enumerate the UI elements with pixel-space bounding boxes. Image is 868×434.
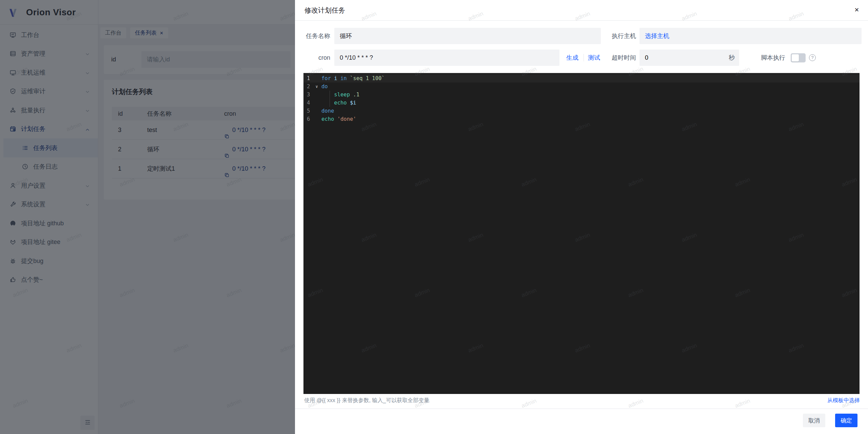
- shell-script-editor[interactable]: 1for i in `seq 1 100`2∨do3 sleep .14 ech…: [303, 73, 860, 394]
- code-token: `seq 1 100`: [350, 75, 385, 81]
- script-exec-toggle[interactable]: [791, 53, 806, 62]
- code-line: 2∨do: [303, 82, 860, 91]
- line-number: 6: [307, 115, 312, 123]
- drawer-title: 修改计划任务: [304, 0, 345, 20]
- drawer-footer: 取消 确定: [295, 409, 868, 434]
- timeout-field[interactable]: 0 秒: [639, 50, 739, 66]
- code-text: for i in `seq 1 100`: [321, 74, 860, 82]
- select-from-template-link[interactable]: 从模板中选择: [827, 397, 860, 404]
- fold-gutter: [312, 91, 321, 99]
- line-number: 4: [307, 99, 312, 107]
- code-token: for: [321, 75, 331, 81]
- timeout-label: 超时时间: [610, 50, 636, 66]
- code-text: sleep .1: [321, 91, 860, 99]
- close-icon[interactable]: ✕: [852, 0, 861, 20]
- code-line: 6echo 'done': [303, 115, 860, 123]
- exec-host-field: 选择主机: [639, 28, 862, 44]
- edit-task-drawer: 修改计划任务 ✕ 任务名称 执行主机 选择主机 cron 生成 测试 超时时间 …: [295, 0, 868, 434]
- code-token: [347, 100, 350, 106]
- code-token: [334, 116, 337, 122]
- code-token: [350, 92, 353, 98]
- code-token: $i: [350, 100, 356, 106]
- code-token: [321, 92, 334, 98]
- fold-gutter: [312, 115, 321, 123]
- code-token: [331, 75, 334, 81]
- cron-test-link[interactable]: 测试: [588, 50, 600, 66]
- screen: Orion Visor 工作台资产管理主机运维运维审计批量执行计划任务任务列表任…: [0, 0, 868, 434]
- code-line: 5done: [303, 107, 860, 115]
- code-line: 1for i in `seq 1 100`: [303, 74, 860, 82]
- timeout-value: 0: [645, 54, 648, 61]
- fold-chevron-icon: ∨: [312, 82, 321, 91]
- fold-gutter: [312, 99, 321, 107]
- editor-hint-text: 使用 @{{ xxx }} 来替换参数, 输入_可以获取全部变量: [304, 397, 429, 404]
- code-token: sleep: [334, 92, 350, 98]
- code-token: in: [340, 75, 347, 81]
- watermark-text: admin: [627, 397, 644, 409]
- line-number: 2: [307, 82, 312, 91]
- task-name-label: 任务名称: [295, 28, 330, 44]
- watermark-text: admin: [520, 397, 537, 409]
- watermark-text: admin: [734, 397, 751, 409]
- line-number: 1: [307, 74, 312, 82]
- code-token: [337, 75, 340, 81]
- code-token: .1: [353, 92, 359, 98]
- fold-gutter: [312, 74, 321, 82]
- code-token: i: [334, 75, 337, 81]
- exec-host-label: 执行主机: [610, 28, 636, 44]
- code-line: 3 sleep .1: [303, 91, 860, 99]
- line-number: 3: [307, 91, 312, 99]
- code-token: echo: [334, 100, 347, 106]
- cron-label: cron: [295, 50, 330, 66]
- cron-generate-link[interactable]: 生成: [566, 50, 578, 66]
- code-token: echo: [321, 116, 334, 122]
- code-token: 'done': [337, 116, 356, 122]
- help-question-icon[interactable]: ?: [809, 54, 816, 61]
- code-line: 4 echo $i: [303, 99, 860, 107]
- code-token: [321, 100, 334, 106]
- select-host-link[interactable]: 选择主机: [645, 32, 669, 40]
- code-text: echo $i: [321, 99, 860, 107]
- cron-input[interactable]: [334, 50, 559, 66]
- link-divider: [584, 54, 584, 61]
- task-name-input[interactable]: [334, 28, 601, 44]
- drawer-header: 修改计划任务 ✕: [295, 0, 868, 21]
- code-text: do: [321, 82, 860, 91]
- code-token: do: [321, 83, 328, 90]
- line-number: 5: [307, 107, 312, 115]
- fold-gutter: [312, 107, 321, 115]
- script-exec-label: 脚本执行: [760, 50, 785, 66]
- code-token: done: [321, 108, 334, 114]
- cancel-button[interactable]: 取消: [803, 414, 825, 427]
- timeout-unit: 秒: [729, 54, 735, 62]
- confirm-button[interactable]: 确定: [835, 414, 857, 427]
- code-text: echo 'done': [321, 115, 860, 123]
- code-text: done: [321, 107, 860, 115]
- code-token: [347, 75, 350, 81]
